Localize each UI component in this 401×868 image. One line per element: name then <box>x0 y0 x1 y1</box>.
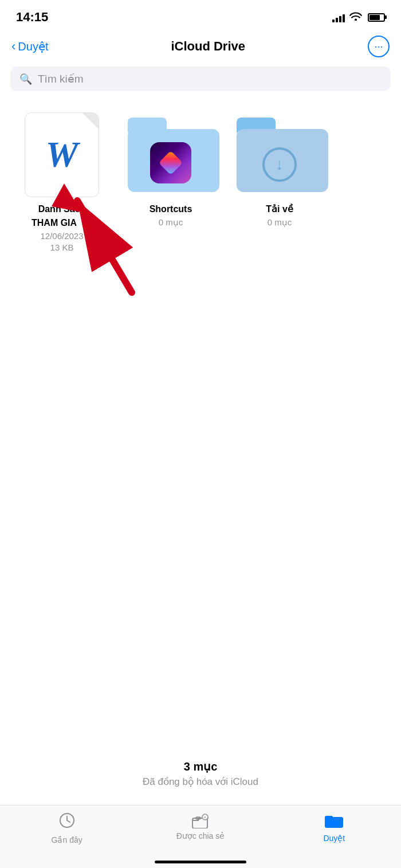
file-count-downloads: 0 mục <box>268 217 292 228</box>
tab-bar: Gần đây + Được chia sẻ Duyệt <box>0 805 401 868</box>
tab-browse-label: Duyệt <box>323 834 345 843</box>
file-name-line1: Danh Sách <box>38 204 86 214</box>
ellipsis-icon: ··· <box>374 41 383 53</box>
file-name-downloads: Tải về <box>266 204 293 216</box>
page-title: iCloud Drive <box>171 39 245 54</box>
battery-icon <box>368 13 385 22</box>
sync-status: Đã đồng bộ hóa với iCloud <box>0 776 401 788</box>
more-options-button[interactable]: ··· <box>368 36 390 57</box>
recent-icon <box>59 812 75 832</box>
status-time: 14:15 <box>16 10 48 25</box>
wifi-icon <box>349 11 362 24</box>
file-name-line2: THAM GIA <box>32 218 77 228</box>
downloads-folder-container: ↓ <box>237 112 323 198</box>
files-grid: W Danh Sách THAM GIA 12/06/2023 13 KB <box>0 101 401 263</box>
svg-rect-0 <box>159 151 183 175</box>
search-container: 🔍 Tìm kiếm <box>0 62 401 101</box>
signal-icon <box>332 12 345 22</box>
doc-fold <box>82 113 99 129</box>
download-arrow-icon: ↓ <box>276 155 284 174</box>
word-doc-icon-container: W <box>19 112 105 198</box>
download-circle-icon: ↓ <box>262 147 297 182</box>
svg-text:+: + <box>203 815 206 820</box>
svg-rect-13 <box>325 816 333 819</box>
downloads-folder-icon: ↓ <box>237 118 323 192</box>
file-date: 12/06/2023 <box>40 231 83 241</box>
search-bar[interactable]: 🔍 Tìm kiếm <box>10 67 391 91</box>
svg-line-6 <box>67 820 70 822</box>
file-name-shortcuts: Shortcuts <box>150 204 192 216</box>
back-label: Duyệt <box>18 40 48 53</box>
status-bar: 14:15 <box>0 0 401 31</box>
tab-shared-label: Được chia sẻ <box>176 831 225 840</box>
word-doc-icon: W <box>25 112 99 197</box>
word-w-letter: W <box>46 134 78 176</box>
nav-bar: ‹ Duyệt iCloud Drive ··· <box>0 31 401 62</box>
search-input[interactable]: Tìm kiếm <box>38 72 84 85</box>
tab-browse[interactable]: Duyệt <box>305 812 363 843</box>
file-item-shortcuts[interactable]: Shortcuts 0 mục <box>125 112 217 252</box>
status-icons <box>332 11 385 24</box>
home-indicator <box>155 861 246 863</box>
shared-icon: + <box>191 812 210 828</box>
shortcuts-folder-container <box>128 112 214 198</box>
files-count: 3 mục <box>0 760 401 773</box>
file-count-shortcuts: 0 mục <box>159 217 183 228</box>
shortcuts-app-icon <box>150 142 191 183</box>
tab-recent-label: Gần đây <box>52 835 82 844</box>
shortcuts-diamond-svg <box>155 147 186 178</box>
file-name-word: Danh Sách THAM GIA <box>32 204 92 229</box>
file-size: 13 KB <box>50 243 74 252</box>
tab-shared[interactable]: + Được chia sẻ <box>172 812 229 840</box>
upload-indicator-icon <box>82 217 92 227</box>
back-button[interactable]: ‹ Duyệt <box>11 39 48 54</box>
chevron-left-icon: ‹ <box>11 39 15 54</box>
shortcuts-folder-icon <box>128 118 214 192</box>
file-item-downloads[interactable]: ↓ Tải về 0 mục <box>234 112 325 252</box>
search-icon: 🔍 <box>19 73 32 85</box>
tab-recent[interactable]: Gần đây <box>38 812 96 844</box>
file-item-word-doc[interactable]: W Danh Sách THAM GIA 12/06/2023 13 KB <box>16 112 108 252</box>
files-footer: 3 mục Đã đồng bộ hóa với iCloud <box>0 760 401 788</box>
browse-folder-icon <box>324 812 344 831</box>
